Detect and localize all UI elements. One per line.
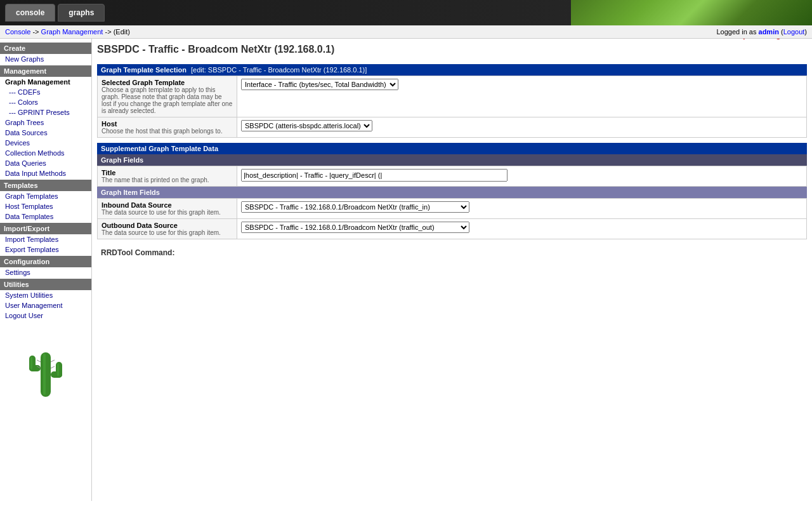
breadcrumb: Console -> Graph Management -> (Edit) Lo…	[0, 25, 812, 39]
rrdtool-label: RRDTool Command:	[101, 248, 174, 257]
sidebar-item-data-queries[interactable]: Data Queries	[0, 158, 91, 168]
username-link[interactable]: admin	[759, 28, 779, 36]
svg-rect-5	[43, 354, 46, 395]
supplemental-graph-fields-table: Title The name that is printed on the gr…	[97, 166, 807, 187]
sidebar-item-gprint-presets[interactable]: --- GPRINT Presets	[0, 107, 91, 117]
graph-template-selection-header: Graph Template Selection [edit: SBSPDC -…	[97, 64, 807, 76]
breadcrumb-arrow2: ->	[105, 28, 111, 36]
table-row: Title The name that is printed on the gr…	[98, 166, 807, 187]
selected-graph-template-select[interactable]: Interface - Traffic (bytes/sec, Total Ba…	[241, 79, 398, 90]
outbound-input-cell: SBSPDC - Traffic - 192.168.0.1/Broadcom …	[237, 219, 807, 239]
sidebar-item-user-management[interactable]: User Management	[0, 300, 91, 310]
sidebar-item-data-input-methods[interactable]: Data Input Methods	[0, 168, 91, 178]
title-label-cell: Title The name that is printed on the gr…	[98, 166, 237, 187]
sidebar-section-create: Create	[0, 43, 91, 54]
header-decoration	[571, 0, 812, 25]
outbound-desc: The data source to use for this graph it…	[102, 229, 233, 236]
sidebar-item-collection-methods[interactable]: Collection Methods	[0, 148, 91, 158]
title-input[interactable]	[241, 169, 508, 182]
cactus-icon	[20, 333, 71, 403]
top-header: console graphs	[0, 0, 812, 25]
main-layout: Create New Graphs Management Graph Manag…	[0, 39, 812, 501]
sidebar-section-utilities: Utilities	[0, 279, 91, 290]
sidebar-section-configuration: Configuration	[0, 256, 91, 267]
svg-line-10	[51, 360, 55, 362]
sidebar-section-management: Management	[0, 65, 91, 77]
graph-template-selection-table: Selected Graph Template Choose a graph t…	[97, 76, 807, 138]
selected-graph-template-desc: Choose a graph template to apply to this…	[102, 86, 233, 114]
logout-link[interactable]: Logout	[783, 28, 805, 36]
breadcrumb-console-link[interactable]: Console	[5, 28, 30, 36]
sidebar-item-logout-user[interactable]: Logout User	[0, 310, 91, 321]
table-row: Outbound Data Source The data source to …	[98, 219, 807, 239]
sidebar-item-data-templates[interactable]: Data Templates	[0, 211, 91, 222]
inbound-input-cell: SBSPDC - Traffic - 192.168.0.1/Broadcom …	[237, 199, 807, 219]
breadcrumb-current: (Edit)	[114, 28, 130, 36]
table-row: Inbound Data Source The data source to u…	[98, 199, 807, 219]
svg-rect-6	[30, 357, 32, 370]
debug-mode-link[interactable]: *Turn Off Graph Debug Mode.	[691, 39, 807, 39]
inbound-label: Inbound Data Source	[102, 201, 233, 209]
sidebar-item-graph-templates[interactable]: Graph Templates	[0, 191, 91, 201]
selected-graph-template-label: Selected Graph Template	[102, 79, 233, 86]
inbound-desc: The data source to use for this graph it…	[102, 209, 233, 216]
table-row: Host Choose the host that this graph bel…	[98, 117, 807, 138]
svg-line-11	[51, 366, 55, 368]
graphs-tab[interactable]: graphs	[58, 4, 105, 22]
graph-fields-header: Graph Fields	[97, 154, 807, 166]
sidebar-section-templates: Templates	[0, 180, 91, 191]
title-input-cell	[237, 166, 807, 187]
inbound-data-source-select[interactable]: SBSPDC - Traffic - 192.168.0.1/Broadcom …	[241, 201, 469, 213]
sidebar-item-graph-management[interactable]: Graph Management	[0, 77, 91, 87]
sidebar-item-cdefs[interactable]: --- CDEFs	[0, 87, 91, 97]
title-desc: The name that is printed on the graph.	[102, 177, 233, 183]
sidebar-item-new-graphs[interactable]: New Graphs	[0, 54, 91, 64]
sidebar-item-data-sources[interactable]: Data Sources	[0, 128, 91, 138]
outbound-label: Outbound Data Source	[102, 222, 233, 229]
outbound-data-source-select[interactable]: SBSPDC - Traffic - 192.168.0.1/Broadcom …	[241, 222, 469, 233]
selected-graph-template-input-cell: Interface - Traffic (bytes/sec, Total Ba…	[237, 76, 807, 117]
sidebar-item-export-templates[interactable]: Export Templates	[0, 244, 91, 255]
supplemental-graph-header: Supplemental Graph Template Data	[97, 143, 807, 154]
graph-item-fields-table: Inbound Data Source The data source to u…	[97, 198, 807, 239]
breadcrumb-arrow1: ->	[32, 28, 39, 36]
svg-rect-7	[57, 363, 59, 376]
svg-line-8	[37, 360, 41, 362]
inbound-label-cell: Inbound Data Source The data source to u…	[98, 199, 237, 219]
sidebar-item-host-templates[interactable]: Host Templates	[0, 201, 91, 211]
sidebar-item-graph-trees[interactable]: Graph Trees	[0, 117, 91, 128]
host-desc: Choose the host that this graph belongs …	[102, 128, 233, 135]
rrdtool-section: RRDTool Command:	[97, 244, 807, 261]
sidebar-item-import-templates[interactable]: Import Templates	[0, 234, 91, 244]
console-tab[interactable]: console	[5, 4, 55, 22]
content-area: SBSPDC - Traffic - Broadcom NetXtr (192.…	[92, 39, 812, 501]
cactus-area	[0, 321, 91, 416]
logged-in-text: Logged in as	[716, 28, 756, 36]
breadcrumb-graph-management-link[interactable]: Graph Management	[41, 28, 103, 36]
graph-item-fields-header: Graph Item Fields	[97, 187, 807, 198]
selected-graph-template-label-cell: Selected Graph Template Choose a graph t…	[98, 76, 237, 117]
sidebar: Create New Graphs Management Graph Manag…	[0, 39, 92, 501]
title-label: Title	[102, 169, 233, 177]
outbound-label-cell: Outbound Data Source The data source to …	[98, 219, 237, 239]
table-row: Selected Graph Template Choose a graph t…	[98, 76, 807, 117]
sidebar-item-system-utilities[interactable]: System Utilities	[0, 290, 91, 300]
host-label-cell: Host Choose the host that this graph bel…	[98, 117, 237, 138]
host-label: Host	[102, 120, 233, 128]
host-select[interactable]: SBSPDC (atteris-sbspdc.atteris.local)	[241, 120, 372, 131]
sidebar-item-settings[interactable]: Settings	[0, 267, 91, 277]
host-input-cell: SBSPDC (atteris-sbspdc.atteris.local)	[237, 117, 807, 138]
sidebar-section-import-export: Import/Export	[0, 223, 91, 234]
sidebar-item-colors[interactable]: --- Colors	[0, 97, 91, 107]
sidebar-item-devices[interactable]: Devices	[0, 138, 91, 148]
page-title: SBSPDC - Traffic - Broadcom NetXtr (192.…	[97, 44, 334, 55]
